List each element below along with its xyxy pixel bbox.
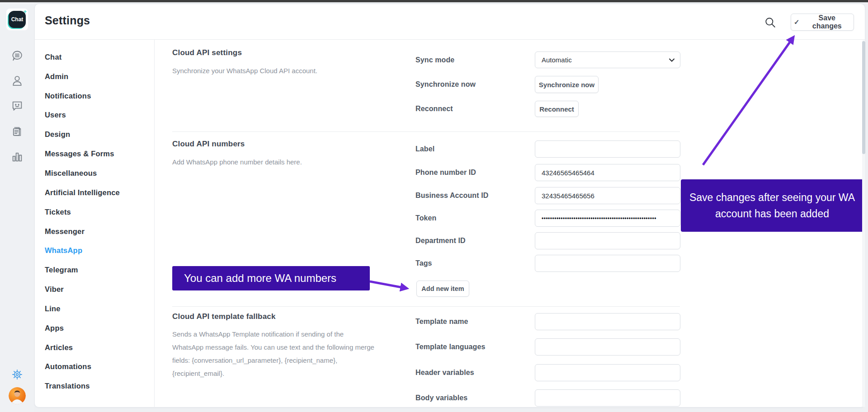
synchronize-now-label: Synchronize now <box>415 76 476 93</box>
department-id-label: Department ID <box>415 232 466 249</box>
save-changes-button[interactable]: ✓ Save changes <box>791 14 854 31</box>
template-languages-label: Template languages <box>415 338 485 356</box>
business-account-id-input[interactable] <box>535 187 680 204</box>
header-variables-label: Header variables <box>415 364 474 381</box>
save-changes-label: Save changes <box>803 14 851 30</box>
annotation-save-changes: Save changes after seeing your WA accoun… <box>681 179 863 232</box>
check-icon: ✓ <box>794 18 800 26</box>
synchronize-now-button[interactable]: Synchronize now <box>535 76 599 93</box>
section-subtitle-cloud-api-settings: Synchronize your WhatsApp Cloud API acco… <box>172 64 317 77</box>
phone-number-id-input[interactable] <box>535 164 680 181</box>
body-variables-label: Body variables <box>415 389 467 407</box>
sidebar-item-articles[interactable]: Articles <box>35 338 154 357</box>
sidebar-item-translations[interactable]: Translations <box>35 376 154 396</box>
reports-chart-icon[interactable] <box>9 149 25 164</box>
user-avatar[interactable] <box>9 387 26 404</box>
sync-mode-value: Automatic <box>542 56 572 64</box>
settings-panel: Settings ✓ Save changes Chat Admin Notif… <box>34 4 865 407</box>
sidebar-item-design[interactable]: Design <box>35 125 154 144</box>
sidebar-item-line[interactable]: Line <box>35 299 154 318</box>
contacts-icon[interactable] <box>9 73 25 89</box>
search-icon[interactable] <box>764 17 776 28</box>
sidebar-item-users[interactable]: Users <box>35 106 154 125</box>
section-subtitle-cloud-api-numbers: Add WhatsApp phone number details here. <box>172 155 302 169</box>
app-logo[interactable]: Chat <box>6 9 28 30</box>
chevron-down-icon <box>669 58 675 62</box>
section-title-cloud-api-numbers: Cloud API numbers <box>172 140 245 149</box>
sidebar-item-notifications[interactable]: Notifications <box>35 86 154 106</box>
template-name-label: Template name <box>415 313 468 330</box>
sidebar-item-messages-forms[interactable]: Messages & Forms <box>35 144 154 164</box>
logo-text: Chat <box>11 16 24 23</box>
sidebar-item-automations[interactable]: Automations <box>35 357 154 377</box>
add-new-item-button[interactable]: Add new item <box>416 281 469 297</box>
business-account-id-label: Business Account ID <box>415 187 488 204</box>
header-divider <box>35 39 865 40</box>
header-variables-input[interactable] <box>535 364 680 381</box>
section-divider <box>172 306 680 307</box>
settings-nav: Chat Admin Notifications Users Design Me… <box>35 47 154 396</box>
reconnect-button[interactable]: Reconnect <box>535 101 579 117</box>
sidebar-item-miscellaneous[interactable]: Miscellaneous <box>35 164 154 183</box>
feedback-bubble-icon[interactable] <box>9 98 25 114</box>
body-variables-input[interactable] <box>535 389 680 407</box>
sidebar-item-messenger[interactable]: Messenger <box>35 222 154 241</box>
sidebar-item-apps[interactable]: Apps <box>35 318 154 338</box>
sync-mode-select[interactable]: Automatic <box>535 52 680 68</box>
conversations-icon[interactable] <box>9 48 25 64</box>
sidebar-item-admin[interactable]: Admin <box>35 67 154 86</box>
section-subtitle-template-fallback: Sends a WhatsApp Template notification i… <box>172 328 377 380</box>
sidebar-item-artificial-intelligence[interactable]: Artificial Intelligence <box>35 183 154 202</box>
section-title-cloud-api-settings: Cloud API settings <box>172 48 242 57</box>
token-label: Token <box>415 210 436 227</box>
tags-input[interactable] <box>535 255 680 272</box>
sync-mode-label: Sync mode <box>415 52 454 68</box>
section-divider <box>172 131 680 132</box>
app-icon-rail: Chat <box>0 2 34 412</box>
section-title-template-fallback: Cloud API template fallback <box>172 312 276 321</box>
sidebar-divider <box>154 39 155 408</box>
pages-stack-icon[interactable] <box>9 124 25 139</box>
sidebar-item-whatsapp[interactable]: WhatsApp <box>35 241 154 260</box>
label-field-label: Label <box>415 140 434 158</box>
window-top-strip <box>0 0 868 2</box>
template-languages-input[interactable] <box>535 338 680 356</box>
sidebar-item-viber[interactable]: Viber <box>35 280 154 299</box>
sidebar-item-chat[interactable]: Chat <box>35 47 154 67</box>
reconnect-label: Reconnect <box>415 101 453 117</box>
department-id-input[interactable] <box>535 232 680 249</box>
annotation-add-numbers: You can add more WA numbers <box>172 266 370 290</box>
settings-gear-icon[interactable] <box>9 367 25 382</box>
sidebar-item-telegram[interactable]: Telegram <box>35 260 154 280</box>
tags-label: Tags <box>415 255 432 272</box>
label-input[interactable] <box>535 140 680 158</box>
token-input[interactable] <box>535 210 680 227</box>
phone-number-id-label: Phone number ID <box>415 164 476 181</box>
page-title: Settings <box>45 14 90 27</box>
scrollbar-thumb[interactable] <box>862 41 865 154</box>
sidebar-item-tickets[interactable]: Tickets <box>35 202 154 222</box>
template-name-input[interactable] <box>535 313 680 330</box>
chat-logo-icon: Chat <box>9 11 26 28</box>
